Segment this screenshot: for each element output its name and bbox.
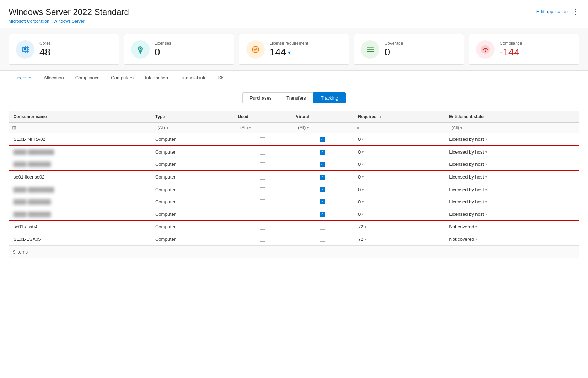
entitlement-dropdown[interactable]: ▾ bbox=[475, 237, 477, 241]
entitlement-dropdown[interactable]: ▾ bbox=[485, 212, 487, 216]
license-req-label: License requirement bbox=[270, 41, 308, 46]
cell-used bbox=[234, 208, 292, 220]
filter-used[interactable]: = (All) ▾ bbox=[234, 123, 292, 133]
virtual-checkbox[interactable] bbox=[320, 225, 325, 230]
col-used: Used bbox=[234, 111, 292, 123]
stat-card-coverage: Coverage 0 bbox=[354, 34, 464, 65]
entitlement-dropdown[interactable]: ▾ bbox=[475, 225, 477, 229]
required-dropdown[interactable]: ▾ bbox=[365, 237, 366, 241]
sub-nav: Purchases Transfers Tracking bbox=[9, 92, 579, 103]
filter-virtual[interactable]: = (All) ▾ bbox=[292, 123, 354, 133]
edit-application-link[interactable]: Edit application bbox=[536, 9, 568, 14]
vendor-link[interactable]: Microsoft Corporation bbox=[9, 19, 49, 24]
cell-virtual bbox=[292, 220, 354, 233]
cell-required: 72▾ bbox=[354, 233, 445, 245]
tab-sku[interactable]: SKU bbox=[212, 71, 233, 85]
cell-used bbox=[234, 133, 292, 146]
filter-type[interactable]: = (All) ▾ bbox=[151, 123, 234, 133]
transfers-button[interactable]: Transfers bbox=[279, 92, 313, 103]
coverage-label: Coverage bbox=[384, 41, 403, 46]
virtual-checkbox[interactable] bbox=[320, 175, 325, 180]
cell-used bbox=[234, 196, 292, 208]
filter-type-select[interactable]: = (All) ▾ bbox=[154, 125, 231, 130]
used-checkbox[interactable] bbox=[260, 225, 265, 230]
entitlement-value: Licensed by host bbox=[449, 174, 484, 180]
tracking-button[interactable]: Tracking bbox=[313, 92, 346, 103]
required-dropdown[interactable]: ▾ bbox=[365, 225, 366, 229]
used-checkbox[interactable] bbox=[260, 237, 265, 242]
svg-point-25 bbox=[485, 50, 486, 51]
cell-virtual bbox=[292, 196, 354, 208]
cores-icon bbox=[16, 40, 34, 59]
cell-required: 0▾ bbox=[354, 133, 445, 146]
cell-virtual bbox=[292, 171, 354, 183]
filter-used-select[interactable]: = (All) ▾ bbox=[237, 125, 289, 130]
required-dropdown[interactable]: ▾ bbox=[362, 150, 364, 154]
cell-required: 0▾ bbox=[354, 183, 445, 196]
cell-entitlement: Licensed by host▾ bbox=[445, 183, 579, 196]
filter-entitlement[interactable]: = (All) ▾ bbox=[445, 123, 579, 133]
license-req-dropdown[interactable]: ▾ bbox=[288, 49, 291, 55]
cell-type: Computer bbox=[151, 220, 234, 233]
virtual-checkbox[interactable] bbox=[320, 137, 325, 142]
tab-licenses[interactable]: Licenses bbox=[9, 71, 38, 85]
virtual-checkbox[interactable] bbox=[320, 162, 325, 167]
tab-compliance[interactable]: Compliance bbox=[70, 71, 106, 85]
entitlement-dropdown[interactable]: ▾ bbox=[485, 175, 487, 179]
cell-virtual bbox=[292, 146, 354, 158]
required-dropdown[interactable]: ▾ bbox=[362, 188, 364, 192]
filter-entitlement-select[interactable]: = (All) ▾ bbox=[448, 125, 576, 130]
virtual-checkbox[interactable] bbox=[320, 187, 325, 192]
cell-name: ████-████████ bbox=[9, 183, 151, 196]
entitlement-dropdown[interactable]: ▾ bbox=[485, 162, 487, 166]
used-checkbox[interactable] bbox=[260, 199, 265, 204]
entitlement-dropdown[interactable]: ▾ bbox=[485, 200, 487, 204]
tab-information[interactable]: Information bbox=[139, 71, 174, 85]
svg-point-23 bbox=[481, 45, 490, 54]
cell-entitlement: Licensed by host▾ bbox=[445, 158, 579, 171]
category-link[interactable]: Windows Server bbox=[53, 19, 84, 24]
cell-used bbox=[234, 171, 292, 183]
entitlement-dropdown[interactable]: ▾ bbox=[485, 150, 487, 154]
used-checkbox[interactable] bbox=[260, 150, 265, 155]
entitlement-value: Not covered bbox=[449, 224, 474, 229]
cell-type: Computer bbox=[151, 171, 234, 183]
used-checkbox[interactable] bbox=[260, 175, 265, 180]
app-header: Windows Server 2022 Standard Microsoft C… bbox=[0, 0, 588, 28]
used-checkbox[interactable] bbox=[260, 187, 265, 192]
stat-card-license-req: License requirement 144 ▾ bbox=[239, 34, 350, 65]
col-required[interactable]: Required ↓ bbox=[354, 111, 445, 123]
cell-virtual bbox=[292, 183, 354, 196]
virtual-checkbox[interactable] bbox=[320, 212, 325, 217]
cell-type: Computer bbox=[151, 133, 234, 146]
required-dropdown[interactable]: ▾ bbox=[362, 200, 364, 204]
table-row: SE01-INFRA02 Computer 0▾ Licensed by hos… bbox=[9, 133, 579, 146]
coverage-info: Coverage 0 bbox=[384, 41, 403, 58]
table-row: se01-esx04 Computer 72▾ Not covered▾ bbox=[9, 220, 579, 233]
required-dropdown[interactable]: ▾ bbox=[362, 137, 364, 141]
used-checkbox[interactable] bbox=[260, 137, 265, 142]
used-checkbox[interactable] bbox=[260, 212, 265, 217]
table-row: ████-███████ Computer 0▾ Licensed by hos… bbox=[9, 158, 579, 171]
filter-virtual-select[interactable]: = (All) ▾ bbox=[295, 125, 351, 130]
required-sort-icon: ↓ bbox=[379, 114, 381, 119]
used-checkbox[interactable] bbox=[260, 162, 265, 167]
items-count: 9 items bbox=[9, 245, 579, 258]
licenses-icon bbox=[131, 40, 150, 59]
tab-computers[interactable]: Computers bbox=[105, 71, 139, 85]
required-dropdown[interactable]: ▾ bbox=[362, 162, 364, 166]
cell-entitlement: Licensed by host▾ bbox=[445, 208, 579, 220]
entitlement-dropdown[interactable]: ▾ bbox=[485, 137, 487, 141]
required-dropdown[interactable]: ▾ bbox=[362, 212, 364, 216]
virtual-checkbox[interactable] bbox=[320, 199, 325, 204]
filter-used-arrow: ▾ bbox=[249, 126, 251, 130]
entitlement-dropdown[interactable]: ▾ bbox=[485, 188, 487, 192]
purchases-button[interactable]: Purchases bbox=[242, 92, 279, 103]
cell-type: Computer bbox=[151, 196, 234, 208]
tab-financial-info[interactable]: Financial info bbox=[174, 71, 212, 85]
virtual-checkbox[interactable] bbox=[320, 150, 325, 155]
tab-allocation[interactable]: Allocation bbox=[38, 71, 69, 85]
required-dropdown[interactable]: ▾ bbox=[362, 175, 364, 179]
virtual-checkbox[interactable] bbox=[320, 237, 325, 242]
more-options-icon[interactable]: ⋮ bbox=[572, 7, 579, 16]
